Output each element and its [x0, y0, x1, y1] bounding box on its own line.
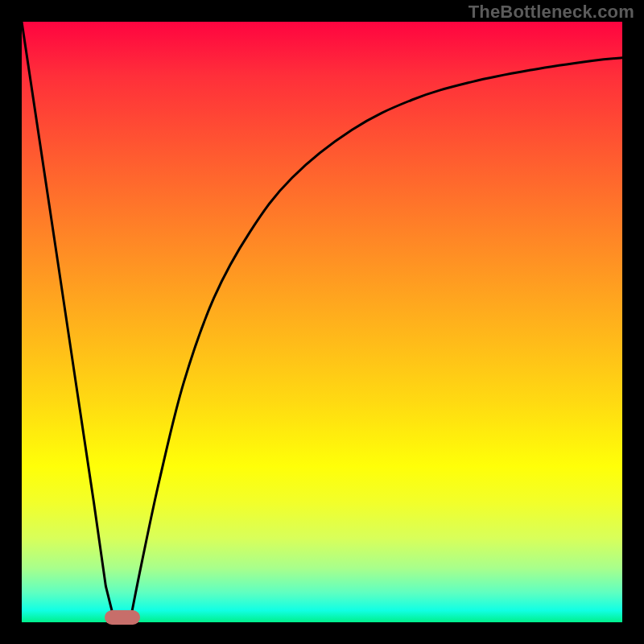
chart-frame: TheBottleneck.com	[0, 0, 644, 644]
minimum-marker	[105, 610, 140, 625]
watermark-text: TheBottleneck.com	[469, 2, 634, 23]
right-branch-line	[130, 58, 622, 622]
left-branch-line	[22, 22, 115, 622]
plot-area	[22, 22, 622, 622]
curve-layer	[22, 22, 622, 622]
